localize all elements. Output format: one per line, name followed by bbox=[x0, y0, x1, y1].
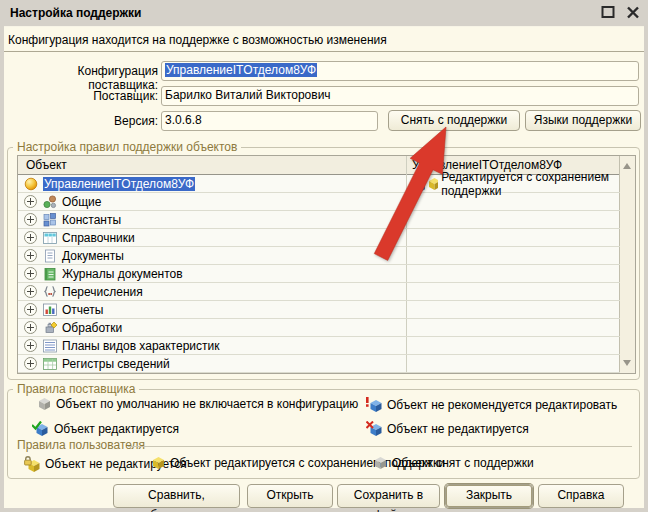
user-rules-divider bbox=[128, 446, 632, 447]
scroll-down-icon[interactable] bbox=[623, 360, 631, 366]
open-button[interactable]: Открыть bbox=[247, 484, 333, 508]
tree-row[interactable]: Планы видов характеристик bbox=[18, 337, 620, 355]
tree-row-label: УправлениеITОтделом8УФ bbox=[43, 177, 195, 191]
characteristic-types-icon bbox=[43, 339, 57, 353]
object-editable-icon bbox=[412, 176, 425, 191]
tree-row[interactable]: Отчеты bbox=[18, 301, 620, 319]
removed-from-support-icon bbox=[374, 456, 387, 470]
documents-icon bbox=[43, 249, 57, 263]
tree-row-label: Отчеты bbox=[62, 303, 103, 317]
version-value: 3.0.6.8 bbox=[165, 113, 202, 127]
version-label: Версия: bbox=[8, 114, 158, 128]
constants-icon bbox=[43, 213, 57, 227]
tree-row-label: Регистры сведений bbox=[62, 357, 170, 371]
common-icon bbox=[43, 195, 57, 209]
data-processors-icon bbox=[43, 321, 57, 335]
supplier-value: Барилко Виталий Викторович bbox=[165, 88, 331, 102]
compare-merge-button[interactable]: Сравнить, объединить bbox=[113, 484, 240, 508]
tree-row-label: Журналы документов bbox=[62, 267, 183, 281]
supplier-rules-title: Правила поставщика bbox=[13, 383, 139, 396]
support-kept-icon bbox=[428, 177, 438, 191]
expand-icon[interactable] bbox=[24, 213, 37, 226]
configuration-icon bbox=[24, 177, 38, 191]
tree-row[interactable]: Справочники bbox=[18, 229, 620, 247]
save-to-file-button[interactable]: Сохранить в файл bbox=[337, 484, 440, 508]
tree-row-label: Перечисления bbox=[62, 285, 143, 299]
enumerations-icon bbox=[43, 285, 57, 299]
vendor-config-value: УправлениеITОтделом8УФ bbox=[165, 63, 317, 77]
information-registers-icon bbox=[43, 357, 57, 371]
tree-row[interactable]: Перечисления bbox=[18, 283, 620, 301]
default-not-included-icon bbox=[38, 397, 51, 411]
catalogs-icon bbox=[43, 231, 57, 245]
tree-row[interactable]: Регистры сведений bbox=[18, 355, 620, 373]
scroll-up-icon[interactable] bbox=[623, 163, 631, 169]
close-button[interactable]: Закрыть bbox=[445, 484, 533, 508]
tree-row[interactable]: Документы bbox=[18, 247, 620, 265]
legend-item: Объект по умолчанию не включается в конф… bbox=[38, 397, 358, 411]
support-status-text: Конфигурация находится на поддержке с во… bbox=[8, 33, 387, 47]
window-title: Настройка поддержки bbox=[10, 6, 141, 20]
objects-table[interactable]: Объект УправлениеITОтделом8УФ Управление… bbox=[17, 155, 636, 374]
close-icon[interactable] bbox=[626, 5, 641, 20]
object-editable-icon bbox=[32, 421, 49, 436]
expand-icon[interactable] bbox=[24, 339, 37, 352]
tree-row[interactable]: Обработки bbox=[18, 319, 620, 337]
table-scrollbar[interactable] bbox=[619, 156, 635, 373]
version-field[interactable]: 3.0.6.8 bbox=[161, 111, 378, 131]
supplier-field[interactable]: Барилко Виталий Викторович bbox=[161, 86, 639, 106]
tree-row-label: Справочники bbox=[62, 231, 135, 245]
expand-icon[interactable] bbox=[24, 249, 37, 262]
expand-icon[interactable] bbox=[24, 321, 37, 334]
table-body: УправлениеITОтделом8УФ Редактируется с с… bbox=[18, 175, 620, 373]
vendor-config-field[interactable]: УправлениеITОтделом8УФ bbox=[161, 61, 639, 81]
tree-row[interactable]: Журналы документов bbox=[18, 265, 620, 283]
remove-support-button[interactable]: Снять с поддержки bbox=[388, 110, 520, 131]
maximize-icon[interactable] bbox=[601, 5, 615, 19]
column-header-object: Объект bbox=[18, 158, 406, 172]
tree-row-label: Обработки bbox=[62, 321, 122, 335]
tree-row-label: Константы bbox=[62, 213, 121, 227]
tree-row-label: Планы видов характеристик bbox=[62, 339, 219, 353]
title-bar[interactable]: Настройка поддержки bbox=[0, 0, 648, 26]
support-settings-dialog: Настройка поддержки Конфигурация находит… bbox=[0, 0, 648, 512]
reports-icon bbox=[43, 303, 57, 317]
edit-with-support-icon bbox=[152, 456, 165, 470]
expand-icon[interactable] bbox=[24, 231, 37, 244]
legend-item: Объект не редактируется bbox=[366, 421, 529, 436]
legend-item: Объект снят с поддержки bbox=[374, 456, 534, 470]
rules-groupbox-title: Настройка правил поддержки объектов bbox=[13, 141, 241, 154]
user-locked-icon bbox=[24, 456, 40, 472]
expand-icon[interactable] bbox=[24, 195, 37, 208]
not-recommended-edit-icon bbox=[366, 397, 382, 412]
expand-icon[interactable] bbox=[24, 267, 37, 280]
tree-row-label: Документы bbox=[62, 249, 124, 263]
expand-icon[interactable] bbox=[24, 285, 37, 298]
legend-item: Объект редактируется bbox=[32, 421, 179, 436]
document-journals-icon bbox=[43, 267, 57, 281]
tree-row[interactable]: Константы bbox=[18, 211, 620, 229]
tree-row-label: Общие bbox=[62, 195, 101, 209]
support-languages-button[interactable]: Языки поддержки bbox=[525, 110, 641, 131]
tree-row-root[interactable]: УправлениеITОтделом8УФ Редактируется с с… bbox=[18, 175, 620, 193]
legend-item: Объект не рекомендуется редактировать bbox=[366, 397, 617, 412]
vendor-config-label: Конфигурация поставщика: bbox=[8, 64, 158, 92]
expand-icon[interactable] bbox=[24, 303, 37, 316]
expand-icon[interactable] bbox=[24, 357, 37, 370]
help-button[interactable]: Справка bbox=[538, 484, 624, 508]
tree-row[interactable]: Общие bbox=[18, 193, 620, 211]
separator bbox=[4, 51, 644, 52]
not-editable-icon bbox=[366, 421, 382, 436]
supplier-label: Поставщик: bbox=[8, 89, 158, 103]
